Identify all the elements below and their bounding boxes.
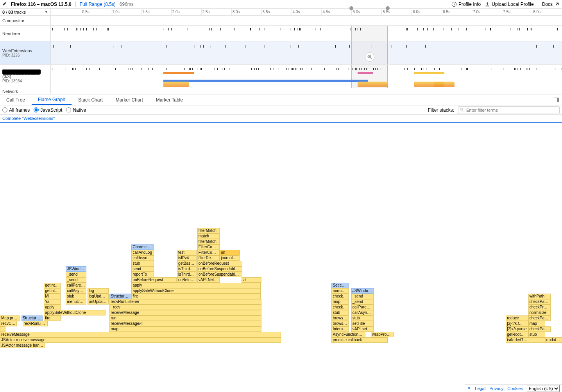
- flame-graph-canvas[interactable]: JSActor message handlerJSActor receive m…: [0, 123, 562, 349]
- flame-cell[interactable]: applySafeWithoutClone: [44, 310, 106, 315]
- flame-cell[interactable]: log: [88, 288, 108, 294]
- flame-cell[interactable]: recvCall…: [0, 321, 17, 326]
- flame-cell[interactable]: updateBr…: [545, 337, 562, 343]
- flame-cell[interactable]: [2]</r.parse: [506, 326, 528, 332]
- flame-cell[interactable]: stub: [351, 315, 374, 321]
- flame-cell[interactable]: stub: [331, 310, 348, 315]
- flame-cell[interactable]: isThird…: [177, 266, 197, 272]
- flame-cell[interactable]: JSActor receive message: [0, 337, 281, 343]
- zoom-in-button[interactable]: [365, 52, 374, 62]
- flame-cell[interactable]: browserA…: [331, 321, 348, 326]
- profile-info-button[interactable]: Profile Info: [451, 2, 481, 7]
- track-compositor[interactable]: Compositor: [0, 16, 562, 26]
- footer-privacy-link[interactable]: Privacy: [489, 386, 503, 391]
- flame-cell[interactable]: checkPar…: [331, 305, 348, 310]
- flame-cell[interactable]: callAsyn…: [131, 255, 154, 261]
- flame-cell[interactable]: vAPI.set…: [351, 326, 374, 332]
- track-webextensions[interactable]: WebExtensions PID: 3226: [0, 41, 562, 65]
- flame-cell[interactable]: menuUpda…: [66, 299, 86, 305]
- flame-cell[interactable]: applySafeWithoutClone: [131, 288, 261, 294]
- flame-cell[interactable]: getInter…: [44, 288, 61, 294]
- flame-cell[interactable]: map: [331, 299, 348, 305]
- tab-flame-graph[interactable]: Flame Graph: [32, 94, 72, 105]
- flame-cell[interactable]: onBeforeRequest: [197, 261, 242, 266]
- flame-cell[interactable]: receiveMessage: [109, 310, 261, 315]
- flame-cell[interactable]: checkPar…: [528, 326, 551, 332]
- footer-legal-link[interactable]: Legal: [475, 386, 485, 391]
- flame-cell[interactable]: reportTo: [131, 272, 154, 277]
- flame-cell[interactable]: apply: [131, 283, 261, 288]
- flame-cell[interactable]: zl: [242, 277, 261, 283]
- radio-javascript[interactable]: JavaScript: [34, 107, 62, 113]
- flame-cell[interactable]: checkPar…: [528, 315, 551, 321]
- flame-cell[interactable]: AsyncFunctionNext: [331, 332, 365, 337]
- docs-link[interactable]: Docs: [542, 2, 560, 7]
- flame-cell[interactable]: on: [220, 250, 239, 255]
- flame-cell[interactable]: recvRunListener: [109, 299, 261, 305]
- track-network[interactable]: Network: [0, 88, 562, 94]
- footer-cookies-link[interactable]: Cookies: [507, 386, 523, 391]
- track-renderer[interactable]: Renderer: [0, 26, 562, 41]
- flame-cell[interactable]: filterMatch: [197, 239, 220, 244]
- flame-cell[interactable]: send: [131, 266, 154, 272]
- full-range-link[interactable]: Full Range (8.5s): [80, 2, 116, 7]
- flame-cell[interactable]: receiveMessage: [0, 332, 281, 337]
- flame-cell[interactable]: receiveMessage/<: [109, 321, 261, 326]
- flame-cell[interactable]: vAPI.Net</<: [197, 277, 220, 283]
- tab-marker-table[interactable]: Marker Table: [150, 94, 190, 105]
- selection-handle[interactable]: [386, 6, 390, 10]
- footer-close-icon[interactable]: ✕: [467, 386, 471, 391]
- flame-cell[interactable]: callAndLog: [131, 250, 154, 255]
- filter-stacks-input[interactable]: [458, 106, 560, 114]
- flame-cell[interactable]: normalize: [331, 288, 348, 294]
- flame-cell[interactable]: Interpre…: [331, 326, 348, 332]
- flame-cell[interactable]: FilterCo…: [197, 244, 220, 250]
- flame-cell[interactable]: test: [177, 250, 197, 255]
- flame-cell[interactable]: FilterCo…: [197, 250, 220, 255]
- flame-cell[interactable]: reduce: [506, 315, 528, 321]
- timeline-ruler[interactable]: 0.5s1.0s1.5s2.0s2.5s3.0s3.5s4.0s4.5s5.0s…: [51, 9, 562, 15]
- flame-cell[interactable]: ChromeUt…: [131, 244, 154, 250]
- flame-cell[interactable]: Map.prot…: [0, 315, 20, 321]
- breadcrumb[interactable]: Complete "WebExtensions": [0, 115, 562, 123]
- flame-cell[interactable]: _recv: [0, 326, 5, 332]
- flame-cell[interactable]: fire: [44, 315, 61, 321]
- flame-cell[interactable]: getRootD…: [506, 332, 528, 337]
- tab-call-tree[interactable]: Call Tree: [0, 94, 32, 105]
- flame-cell[interactable]: Structur…: [21, 315, 43, 321]
- flame-cell[interactable]: isThird…: [177, 272, 197, 277]
- flame-cell[interactable]: onUpdated: [88, 299, 108, 305]
- radio-all-frames[interactable]: All frames: [2, 107, 30, 113]
- sidebar-toggle-icon[interactable]: [553, 97, 560, 103]
- flame-cell[interactable]: stub: [131, 261, 154, 266]
- flame-cell[interactable]: withPath: [528, 294, 551, 299]
- flame-cell[interactable]: stub: [66, 294, 86, 299]
- flame-cell[interactable]: checkPro…: [528, 305, 551, 310]
- flame-cell[interactable]: map: [528, 321, 545, 326]
- flame-cell[interactable]: _send: [351, 299, 374, 305]
- flame-cell[interactable]: JSActor message handler: [0, 343, 45, 348]
- flame-cell[interactable]: Ya: [44, 299, 61, 305]
- flame-cell[interactable]: callPare…: [66, 283, 86, 288]
- flame-cell[interactable]: Structur…: [109, 294, 130, 299]
- flame-cell[interactable]: checkPar…: [528, 299, 551, 305]
- tab-stack-chart[interactable]: Stack Chart: [72, 94, 109, 105]
- flame-cell[interactable]: setTitle: [351, 321, 374, 326]
- flame-cell[interactable]: checkPar…: [331, 294, 348, 299]
- flame-cell[interactable]: isIPv4: [177, 255, 197, 261]
- tracks-dropdown[interactable]: 8 / 83 tracks ▼: [0, 9, 51, 15]
- flame-cell[interactable]: JSWindow…: [351, 288, 374, 294]
- flame-cell[interactable]: journalA…: [220, 255, 239, 261]
- edit-icon[interactable]: [2, 1, 7, 7]
- flame-cell[interactable]: run: [109, 315, 261, 321]
- upload-profile-button[interactable]: Upload Local Profile: [485, 2, 533, 7]
- flame-cell[interactable]: apply: [44, 305, 61, 310]
- flame-cell[interactable]: match: [197, 233, 220, 239]
- flame-cell[interactable]: _recv: [109, 305, 261, 310]
- flame-cell[interactable]: _send: [351, 294, 374, 299]
- footer-language-select[interactable]: English (US): [527, 385, 560, 392]
- flame-cell[interactable]: _send: [66, 272, 86, 277]
- radio-native[interactable]: Native: [66, 107, 86, 113]
- flame-cell[interactable]: callAsyn…: [351, 310, 374, 315]
- flame-cell[interactable]: _send: [66, 277, 86, 283]
